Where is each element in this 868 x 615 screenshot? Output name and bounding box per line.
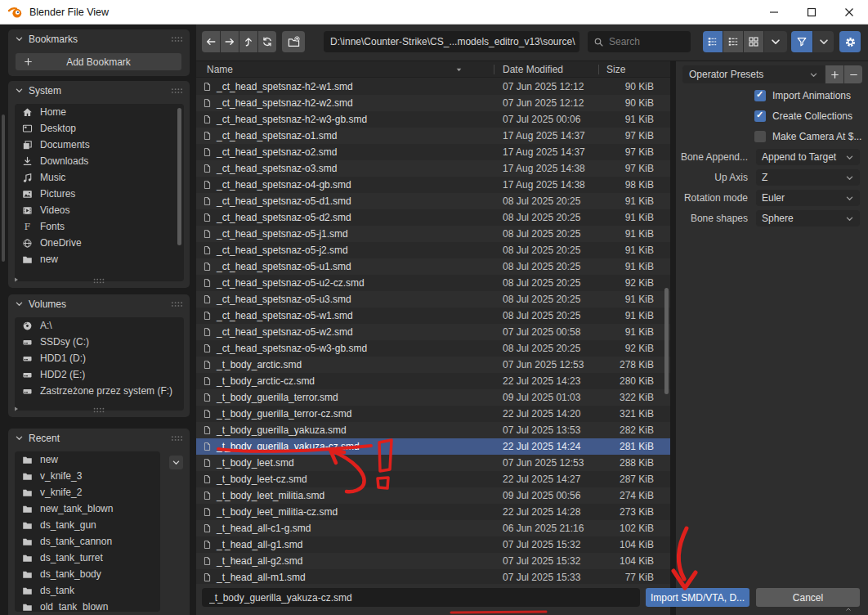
horizontal-list-view-button[interactable] <box>723 31 743 52</box>
filter-settings-menu-button[interactable] <box>813 31 834 52</box>
sort-desc-icon[interactable] <box>455 66 463 74</box>
system-resize-grip[interactable] <box>8 276 190 286</box>
new-folder-button[interactable] <box>282 31 305 52</box>
filter-button[interactable] <box>791 31 812 52</box>
file-row[interactable]: _ct_head_spetsnaz-o3.smd 17 Aug 2025 14:… <box>196 160 670 177</box>
display-settings-menu-button[interactable] <box>764 31 787 52</box>
up-button[interactable] <box>239 31 257 52</box>
sidebar-item[interactable]: new <box>15 251 184 267</box>
file-row[interactable]: _ct_head_spetsnaz-h2-w1.smd 07 Jun 2025 … <box>196 79 670 95</box>
file-row[interactable]: _ct_head_spetsnaz-o5-u2-cz.smd 08 Jul 20… <box>196 275 670 291</box>
volumes-resize-grip[interactable] <box>8 405 190 415</box>
sidebar-item[interactable]: F Fonts <box>15 218 184 235</box>
column-header-size[interactable]: Size <box>606 64 625 75</box>
volume-item[interactable]: HDD1 (D:) <box>15 350 184 366</box>
sidebar-item[interactable]: Pictures <box>15 186 184 202</box>
file-row[interactable]: _ct_head_spetsnaz-o5-w2.smd 07 Jul 2025 … <box>196 324 670 340</box>
param-dropdown[interactable]: Z <box>756 169 860 186</box>
file-row[interactable]: _t_body_leet-cz.smd 22 Jul 2025 14:27 28… <box>196 471 670 487</box>
volumes-header[interactable]: Volumes <box>8 294 190 313</box>
file-row[interactable]: _ct_head_spetsnaz-h2-w3-gb.smd 07 Jul 20… <box>196 111 670 128</box>
sidebar-scrollbar[interactable] <box>2 114 5 262</box>
file-row[interactable]: _t_body_arctic-cz.smd 22 Jul 2025 14:23 … <box>196 373 670 389</box>
recent-item[interactable]: new <box>15 451 160 468</box>
recent-item[interactable]: ds_tank_gun <box>15 517 160 533</box>
system-list-scrollbar[interactable] <box>177 108 181 245</box>
file-row[interactable]: _t_head_all-m1.smd 07 Jul 2025 15:33 77 … <box>196 569 670 584</box>
file-row[interactable]: _ct_head_spetsnaz-o4-gb.smd 17 Aug 2025 … <box>196 177 670 193</box>
file-row[interactable]: _ct_head_spetsnaz-o2.smd 17 Aug 2025 14:… <box>196 144 670 160</box>
checkbox[interactable] <box>754 110 766 122</box>
recent-item[interactable]: ds_tank_cannon <box>15 533 160 550</box>
sidebar-item[interactable]: Documents <box>15 137 184 153</box>
file-row[interactable]: _t_body_leet_militia-cz.smd 22 Jul 2025 … <box>196 504 670 520</box>
recent-header[interactable]: Recent <box>8 429 190 447</box>
recent-item[interactable]: new_tank_blown <box>15 501 160 517</box>
file-row[interactable]: _t_body_leet_militia.smd 09 Jul 2025 00:… <box>196 487 670 504</box>
refresh-button[interactable] <box>258 31 276 52</box>
search-field[interactable] <box>588 31 691 52</box>
volume-item[interactable]: Zastrzeżone przez system (F:) <box>15 383 184 399</box>
file-row[interactable]: _ct_head_spetsnaz-o1.smd 17 Aug 2025 14:… <box>196 128 670 144</box>
file-row[interactable]: _ct_head_spetsnaz-o5-d2.smd 08 Jul 2025 … <box>196 209 670 226</box>
file-row[interactable]: _ct_head_spetsnaz-h2-w2.smd 07 Jun 2025 … <box>196 95 670 111</box>
close-button[interactable] <box>830 0 868 25</box>
param-dropdown[interactable]: Append to Target <box>756 149 860 165</box>
chevron-up-icon[interactable] <box>843 606 853 613</box>
recent-item[interactable]: v_knife_2 <box>15 484 160 501</box>
file-row[interactable]: _ct_head_spetsnaz-o5-u3.smd 08 Jul 2025 … <box>196 291 670 308</box>
param-dropdown[interactable]: Sphere <box>756 210 860 227</box>
file-row[interactable]: _t_body_arctic.smd 07 Jun 2025 12:53 278… <box>196 357 670 373</box>
remove-preset-button[interactable] <box>844 65 862 83</box>
checkbox[interactable] <box>754 90 766 101</box>
file-row[interactable]: _t_body_guerilla_terror.smd 09 Jul 2025 … <box>196 389 670 406</box>
forward-button[interactable] <box>221 31 239 52</box>
file-row[interactable]: _ct_head_spetsnaz-o5-w3-gb.smd 08 Jul 20… <box>196 340 670 357</box>
vertical-list-view-button[interactable] <box>703 31 723 52</box>
cancel-button[interactable]: Cancel <box>756 588 860 607</box>
path-field[interactable]: D:\inne\Counter-Strike\CS_...models_edit… <box>324 31 579 52</box>
file-row[interactable]: _t_body_leet.smd 07 Jun 2025 12:53 288 K… <box>196 455 670 471</box>
sidebar-item[interactable]: OneDrive <box>15 235 184 251</box>
recent-item[interactable]: ds_tank_turret <box>15 550 160 566</box>
minimize-button[interactable] <box>755 0 793 25</box>
file-list-scrollbar[interactable] <box>664 288 669 394</box>
sidebar-item[interactable]: Home <box>15 104 184 120</box>
filename-input[interactable] <box>202 588 640 607</box>
sidebar-item[interactable]: Videos <box>15 202 184 218</box>
sidebar-item[interactable]: Downloads <box>15 153 184 169</box>
recent-item[interactable]: ds_tank_body <box>15 566 160 582</box>
file-row[interactable]: _t_body_guerilla_terror-cz.smd 22 Jul 20… <box>196 406 670 422</box>
file-row[interactable]: _t_head_all-g2.smd 07 Jul 2025 15:32 104… <box>196 553 670 569</box>
system-header[interactable]: System <box>8 81 190 100</box>
file-row[interactable]: _t_body_guerilla_yakuza.smd 07 Jul 2025 … <box>196 422 670 438</box>
file-row[interactable]: _ct_head_spetsnaz-o5-j2.smd 08 Jul 2025 … <box>196 242 670 258</box>
file-row[interactable]: _ct_head_spetsnaz-o5-w1.smd 08 Jul 2025 … <box>196 308 670 324</box>
recent-item[interactable]: ds_tank <box>15 582 160 599</box>
file-row[interactable]: _t_body_guerilla_yakuza-cz.smd 22 Jul 20… <box>196 438 670 455</box>
file-row[interactable]: _ct_head_spetsnaz-o5-u1.smd 08 Jul 2025 … <box>196 258 670 275</box>
thumbnail-view-button[interactable] <box>744 31 763 52</box>
bookmarks-header[interactable]: Bookmarks <box>8 29 190 48</box>
recent-item[interactable]: v_knife_3 <box>15 468 160 484</box>
settings-button[interactable] <box>839 31 861 52</box>
operator-presets-dropdown[interactable]: Operator Presets <box>682 65 825 83</box>
param-dropdown[interactable]: Euler <box>756 190 860 206</box>
maximize-button[interactable] <box>793 0 830 25</box>
back-button[interactable] <box>202 31 220 52</box>
file-row[interactable]: _ct_head_spetsnaz-o5-d1.smd 08 Jul 2025 … <box>196 193 670 209</box>
column-header-date[interactable]: Date Modified <box>503 64 563 75</box>
sidebar-item[interactable]: Music <box>15 169 184 186</box>
add-preset-button[interactable] <box>825 65 843 83</box>
volume-item[interactable]: SSDsy (C:) <box>15 334 184 350</box>
import-button[interactable]: Import SMD/VTA, D... <box>646 588 749 607</box>
search-input[interactable] <box>609 36 685 47</box>
recent-menu-button[interactable] <box>169 456 183 469</box>
volume-item[interactable]: A:\ <box>15 317 184 334</box>
column-header-name[interactable]: Name <box>207 64 233 75</box>
recent-item[interactable]: old_tank_blown <box>15 599 160 612</box>
sidebar-item[interactable]: Desktop <box>15 120 184 137</box>
checkbox[interactable] <box>754 131 766 142</box>
file-row[interactable]: _ct_head_spetsnaz-o5-j1.smd 08 Jul 2025 … <box>196 226 670 242</box>
file-row[interactable]: _t_head_all-g1.smd 07 Jul 2025 15:32 104… <box>196 536 670 553</box>
